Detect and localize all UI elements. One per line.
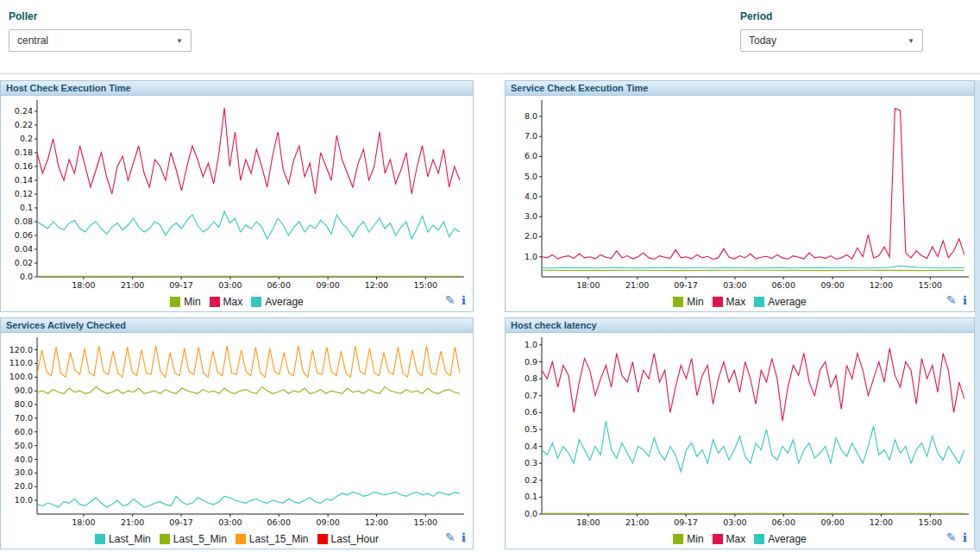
edit-icon[interactable]: ✎ — [445, 294, 455, 306]
poller-filter: Poller central ▼ — [9, 10, 192, 52]
svg-text:0.14: 0.14 — [15, 175, 33, 185]
legend-item: Max — [210, 296, 243, 308]
legend-label: Last_15_Min — [249, 533, 309, 545]
legend-item: Last_15_Min — [236, 533, 309, 545]
chart-canvas: 0.00.020.040.060.080.10.120.140.160.180.… — [3, 97, 468, 292]
svg-text:40.0: 40.0 — [15, 455, 33, 464]
legend-swatch — [210, 297, 220, 307]
panel-services-actively-checked: Services Actively Checked 10.020.030.040… — [0, 317, 474, 549]
svg-text:06:00: 06:00 — [267, 280, 291, 290]
chevron-down-icon: ▼ — [908, 37, 914, 45]
chart-canvas: 0.00.10.20.30.40.50.60.70.80.91.018:0021… — [507, 335, 973, 530]
chart-host-check-latency: 0.00.10.20.30.40.50.60.70.80.91.018:0021… — [506, 333, 974, 530]
svg-text:21:00: 21:00 — [625, 280, 649, 290]
svg-text:06:00: 06:00 — [772, 518, 795, 527]
svg-text:03:00: 03:00 — [218, 280, 242, 290]
edit-icon[interactable]: ✎ — [946, 531, 957, 543]
svg-text:0.0: 0.0 — [525, 509, 537, 518]
chart-canvas: 10.020.030.040.050.060.070.080.090.0100.… — [3, 335, 468, 530]
svg-text:80.0: 80.0 — [15, 399, 33, 409]
legend-swatch — [754, 534, 764, 544]
svg-text:1.0: 1.0 — [525, 252, 537, 261]
legend-label: Max — [223, 296, 243, 308]
edit-icon[interactable]: ✎ — [445, 531, 455, 543]
svg-text:15:00: 15:00 — [919, 280, 942, 290]
legend-label: Average — [265, 296, 303, 308]
legend-item: Last_Min — [95, 533, 151, 545]
svg-text:03:00: 03:00 — [723, 280, 746, 290]
svg-text:3.0: 3.0 — [525, 211, 537, 221]
chart-title: Host Check Execution Time — [1, 81, 473, 96]
svg-text:21:00: 21:00 — [121, 518, 144, 527]
svg-text:120.0: 120.0 — [9, 345, 33, 354]
svg-text:30.0: 30.0 — [15, 467, 33, 477]
svg-text:0.5: 0.5 — [525, 424, 537, 434]
legend-label: Max — [726, 533, 746, 545]
panel-host-check-execution-time: Host Check Execution Time 0.00.020.040.0… — [0, 80, 474, 312]
svg-text:4.0: 4.0 — [525, 191, 537, 201]
svg-text:09-17: 09-17 — [674, 280, 698, 290]
poller-select[interactable]: central ▼ — [9, 29, 192, 52]
legend-item: Min — [673, 296, 703, 308]
info-icon[interactable]: ℹ — [963, 294, 967, 306]
svg-text:0.3: 0.3 — [525, 458, 537, 467]
svg-text:0.18: 0.18 — [15, 147, 33, 157]
period-select-value: Today — [749, 34, 776, 47]
legend-label: Last_Hour — [331, 533, 379, 545]
chevron-down-icon: ▼ — [176, 37, 183, 45]
legend: Last_MinLast_5_MinLast_15_MinLast_Hour — [95, 533, 379, 545]
legend-label: Last_5_Min — [173, 533, 227, 545]
legend-swatch — [160, 534, 170, 544]
legend-row: MinMaxAverage ✎ ℹ — [1, 292, 473, 311]
panel-icons: ✎ ℹ — [445, 294, 466, 306]
legend-label: Min — [687, 533, 703, 545]
scrollbar-track[interactable] — [975, 80, 980, 552]
svg-text:20.0: 20.0 — [15, 481, 33, 491]
legend-label: Max — [726, 296, 746, 308]
svg-text:2.0: 2.0 — [525, 231, 537, 241]
svg-text:18:00: 18:00 — [72, 280, 95, 290]
panel-icons: ✎ ℹ — [946, 294, 967, 306]
svg-text:0.16: 0.16 — [15, 161, 33, 171]
legend-swatch — [95, 534, 105, 544]
info-icon[interactable]: ℹ — [462, 531, 466, 543]
legend-swatch — [317, 534, 328, 544]
legend: MinMaxAverage — [170, 296, 304, 308]
legend-label: Average — [768, 296, 806, 308]
legend-label: Average — [768, 533, 806, 545]
svg-text:15:00: 15:00 — [919, 518, 942, 527]
svg-text:0.1: 0.1 — [525, 492, 537, 501]
svg-text:12:00: 12:00 — [365, 280, 388, 290]
filter-bar: Poller central ▼ Period Today ▼ — [0, 0, 980, 74]
svg-text:12:00: 12:00 — [870, 518, 893, 527]
svg-text:0.2: 0.2 — [20, 134, 33, 143]
legend-item: Max — [713, 296, 746, 308]
panel-icons: ✎ ℹ — [946, 531, 967, 543]
svg-text:0.2: 0.2 — [525, 475, 537, 485]
svg-text:21:00: 21:00 — [121, 280, 144, 290]
info-icon[interactable]: ℹ — [462, 294, 466, 306]
period-filter: Period Today ▼ — [740, 10, 923, 52]
legend-row: MinMaxAverage ✎ ℹ — [506, 530, 974, 549]
legend: MinMaxAverage — [673, 296, 807, 308]
svg-text:0.08: 0.08 — [15, 216, 33, 226]
period-select[interactable]: Today ▼ — [740, 29, 923, 52]
svg-text:0.1: 0.1 — [20, 203, 33, 212]
legend-label: Min — [184, 296, 200, 308]
chart-canvas: 1.02.03.04.05.06.07.08.018:0021:0009-170… — [507, 97, 973, 292]
legend-swatch — [754, 297, 764, 307]
chart-title: Host check latency — [506, 318, 974, 333]
svg-text:18:00: 18:00 — [576, 280, 600, 290]
legend-item: Max — [713, 533, 746, 545]
svg-text:09-17: 09-17 — [674, 518, 698, 527]
svg-text:03:00: 03:00 — [218, 518, 242, 527]
legend-item: Last_5_Min — [160, 533, 227, 545]
chart-title: Services Actively Checked — [1, 318, 473, 333]
svg-text:18:00: 18:00 — [576, 518, 600, 527]
svg-text:0.6: 0.6 — [525, 407, 537, 417]
info-icon[interactable]: ℹ — [963, 531, 967, 543]
legend-label: Min — [687, 296, 703, 308]
chart-title: Service Check Execution Time — [506, 81, 974, 96]
legend-item: Min — [673, 533, 703, 545]
edit-icon[interactable]: ✎ — [946, 294, 957, 306]
